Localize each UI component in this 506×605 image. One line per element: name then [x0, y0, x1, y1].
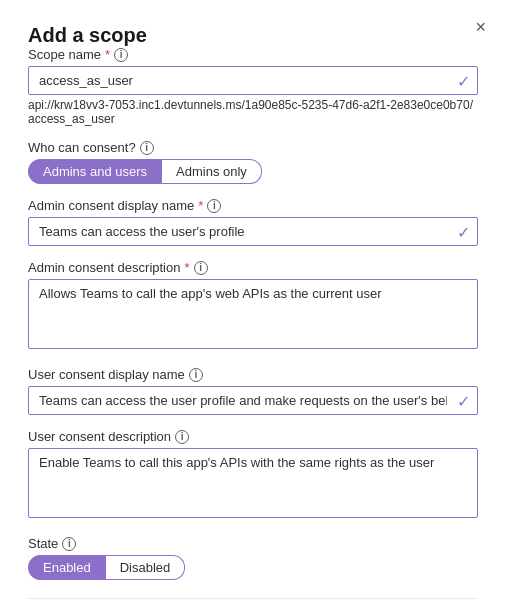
state-btn-disabled[interactable]: Disabled [106, 555, 186, 580]
admin-consent-description-info-icon[interactable]: i [194, 261, 208, 275]
user-consent-description-label: User consent description i [28, 429, 478, 444]
admin-consent-display-name-label: Admin consent display name * i [28, 198, 478, 213]
user-consent-display-name-label: User consent display name i [28, 367, 478, 382]
admin-consent-description-label: Admin consent description * i [28, 260, 478, 275]
state-btn-enabled[interactable]: Enabled [28, 555, 106, 580]
close-button[interactable]: × [475, 18, 486, 36]
state-group: State i Enabled Disabled [28, 536, 478, 580]
user-consent-display-name-check-icon: ✓ [457, 391, 470, 410]
who-can-consent-group: Who can consent? i Admins and users Admi… [28, 140, 478, 184]
scope-name-info-icon[interactable]: i [114, 48, 128, 62]
consent-btn-admins-only[interactable]: Admins only [162, 159, 262, 184]
admin-consent-display-name-info-icon[interactable]: i [207, 199, 221, 213]
user-consent-display-name-group: User consent display name i ✓ [28, 367, 478, 415]
dialog-title: Add a scope [28, 24, 147, 46]
state-label: State i [28, 536, 478, 551]
state-info-icon[interactable]: i [62, 537, 76, 551]
admin-consent-display-name-group: Admin consent display name * i ✓ [28, 198, 478, 246]
user-consent-display-name-input[interactable] [28, 386, 478, 415]
scope-name-group: Scope name * i ✓ api://krw18vv3-7053.inc… [28, 47, 478, 126]
admin-consent-description-textarea-wrapper: Allows Teams to call the app's web APIs … [28, 279, 478, 353]
admin-consent-display-name-check-icon: ✓ [457, 222, 470, 241]
user-consent-display-name-info-icon[interactable]: i [189, 368, 203, 382]
user-consent-description-textarea[interactable]: Enable Teams to call this app's APIs wit… [28, 448, 478, 518]
user-consent-description-textarea-wrapper: Enable Teams to call this app's APIs wit… [28, 448, 478, 522]
state-button-group: Enabled Disabled [28, 555, 478, 580]
divider [28, 598, 478, 599]
scope-name-label: Scope name * i [28, 47, 478, 62]
who-can-consent-label: Who can consent? i [28, 140, 478, 155]
add-scope-dialog: Add a scope × Scope name * i ✓ api://krw… [0, 0, 506, 605]
admin-consent-display-name-input[interactable] [28, 217, 478, 246]
who-can-consent-info-icon[interactable]: i [140, 141, 154, 155]
admin-consent-display-name-input-wrapper: ✓ [28, 217, 478, 246]
user-consent-description-info-icon[interactable]: i [175, 430, 189, 444]
consent-button-group: Admins and users Admins only [28, 159, 478, 184]
consent-btn-admins-users[interactable]: Admins and users [28, 159, 162, 184]
scope-name-check-icon: ✓ [457, 71, 470, 90]
scope-name-input[interactable] [28, 66, 478, 95]
admin-consent-description-group: Admin consent description * i Allows Tea… [28, 260, 478, 353]
scope-name-input-wrapper: ✓ [28, 66, 478, 95]
scope-name-url: api://krw18vv3-7053.inc1.devtunnels.ms/1… [28, 98, 478, 126]
user-consent-description-group: User consent description i Enable Teams … [28, 429, 478, 522]
user-consent-display-name-input-wrapper: ✓ [28, 386, 478, 415]
admin-consent-description-textarea[interactable]: Allows Teams to call the app's web APIs … [28, 279, 478, 349]
